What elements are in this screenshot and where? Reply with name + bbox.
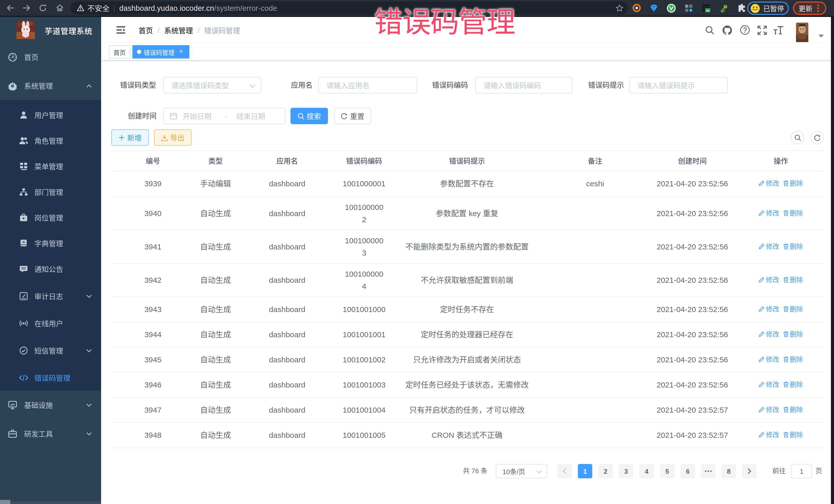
svg-text:on: on [706, 9, 709, 12]
